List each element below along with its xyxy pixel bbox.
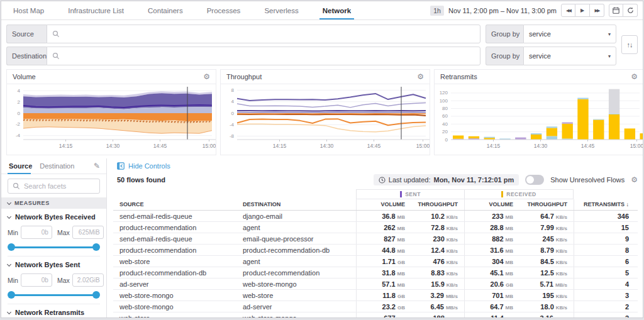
- destination-group-by-select[interactable]: service ▾: [523, 47, 616, 65]
- table-row[interactable]: web-storeweb-store-mongo677MB188KB/s11.4…: [113, 312, 638, 318]
- svg-text:40: 40: [442, 121, 448, 127]
- summary-charts: Volume ⚙ 420-2-414:1514:3014:4515:00 Thr…: [6, 69, 638, 155]
- column-header-retransmits[interactable]: RETRANSMITS ↓: [574, 199, 638, 210]
- destination-search-box[interactable]: [47, 47, 480, 65]
- slider-handle-max[interactable]: [92, 243, 100, 251]
- column-header-source[interactable]: SOURCE: [113, 199, 236, 210]
- play-icon: ▶: [580, 8, 584, 13]
- time-play-button[interactable]: ▶: [575, 4, 590, 17]
- slider-handle-min[interactable]: [8, 243, 15, 251]
- slider-handle-min[interactable]: [8, 291, 15, 299]
- sidebar-tab-source[interactable]: Source: [8, 158, 38, 174]
- sent-color-bar: [400, 191, 402, 197]
- table-row[interactable]: send-email-redis-queueemail-queue-proces…: [113, 233, 638, 245]
- retransmits-chart[interactable]: 02040608010012014:1514:3014:4515:00: [435, 84, 643, 155]
- table-group-header: SENT RECEIVED: [113, 189, 638, 199]
- volume-card: Volume ⚙ 420-2-414:1514:3014:4515:00: [6, 69, 216, 155]
- cell-source: product-recommendation: [113, 222, 236, 233]
- table-column-header: SOURCE DESTINATION VOLUME THROUGHPUT VOL…: [113, 199, 638, 211]
- time-range-text[interactable]: Nov 11, 2:00 pm – Nov 11, 3:00 pm: [448, 7, 557, 14]
- show-unresolved-flows-toggle[interactable]: [525, 175, 544, 185]
- svg-text:4: 4: [231, 99, 235, 104]
- gear-icon[interactable]: ⚙: [203, 73, 210, 80]
- svg-text:14:45: 14:45: [367, 143, 381, 149]
- table-row[interactable]: product-recommendation-dbproduct-recomme…: [113, 267, 638, 279]
- gear-icon[interactable]: ⚙: [631, 176, 638, 184]
- calendar-icon: [613, 7, 619, 14]
- sort-desc-icon: ↓: [626, 201, 630, 207]
- range-slider[interactable]: [9, 291, 99, 299]
- cell-destination: django-email: [236, 211, 356, 221]
- destination-search-input[interactable]: [64, 52, 480, 60]
- svg-text:14:45: 14:45: [581, 143, 595, 149]
- throughput-chart[interactable]: 840-4-814:1514:3014:4515:00: [221, 84, 430, 155]
- table-row[interactable]: ad-serverweb-store-mongo57.1MB15.9KB/s20…: [113, 279, 638, 290]
- gear-icon[interactable]: ⚙: [417, 73, 424, 80]
- refresh-button[interactable]: [623, 4, 638, 17]
- table-row[interactable]: product-recommendationagent262MB72.8KB/s…: [113, 222, 638, 233]
- measure-title[interactable]: Network Retransmits: [8, 309, 100, 316]
- table-row[interactable]: send-email-redis-queuedjango-email36.8MB…: [113, 211, 638, 222]
- volume-chart[interactable]: 420-2-414:1514:3014:4515:00: [7, 84, 216, 155]
- max-input[interactable]: [72, 226, 104, 239]
- min-input[interactable]: [21, 226, 52, 239]
- nav-tab-containers[interactable]: Containers: [136, 1, 195, 19]
- facet-search-box[interactable]: [8, 179, 100, 194]
- received-color-bar: [501, 191, 503, 197]
- calendar-button[interactable]: [609, 4, 623, 17]
- pencil-icon[interactable]: ✎: [94, 162, 100, 170]
- nav-tab-serverless[interactable]: Serverless: [252, 1, 310, 19]
- source-filter-label: Source: [6, 25, 47, 43]
- measures-section-header[interactable]: MEASURES: [1, 197, 106, 209]
- source-search-box[interactable]: [47, 25, 480, 43]
- table-row[interactable]: product-recommendationproduct-recommenda…: [113, 245, 638, 256]
- svg-text:20: 20: [442, 129, 448, 135]
- nav-tab-processes[interactable]: Processes: [195, 1, 253, 19]
- flow-filters: Source Group by service ▾ Destination Gr…: [6, 25, 638, 65]
- svg-text:2: 2: [18, 99, 21, 105]
- column-header-sent-volume[interactable]: VOLUME: [356, 199, 411, 210]
- table-row[interactable]: web-store-mongoad-server23.2GB6.45MB/s64…: [113, 301, 638, 312]
- hide-controls-link[interactable]: Hide Controls: [117, 162, 638, 170]
- time-forward-button[interactable]: ▶▶: [590, 4, 604, 17]
- rewind-icon: ◀◀: [566, 8, 570, 13]
- gear-icon[interactable]: ⚙: [631, 73, 638, 80]
- swap-source-destination-button[interactable]: ↑↓: [621, 35, 638, 54]
- table-row[interactable]: web-storeagent1.71GB476KB/s304MB84.5KB/s…: [113, 256, 638, 267]
- max-input[interactable]: [72, 273, 104, 287]
- cell-retransmits: 3: [574, 290, 638, 301]
- measure-title[interactable]: Network Bytes Received: [8, 213, 100, 221]
- column-header-received-throughput[interactable]: THROUGHPUT: [519, 199, 574, 210]
- column-header-received-volume[interactable]: VOLUME: [464, 199, 519, 210]
- svg-text:-8: -8: [230, 133, 235, 139]
- cell-retransmits: 15: [574, 222, 638, 233]
- time-range-badge[interactable]: 1h: [430, 6, 444, 16]
- source-search-input[interactable]: [64, 30, 480, 38]
- measure-title[interactable]: Network Bytes Sent: [8, 261, 100, 268]
- time-rewind-button[interactable]: ◀◀: [561, 4, 575, 17]
- nav-tab-network[interactable]: Network: [311, 1, 363, 19]
- table-row[interactable]: web-store-mongoweb-store11.8GB3.29MB/s70…: [113, 290, 638, 301]
- cell-destination: product-recommendation-db: [236, 245, 356, 255]
- column-header-sent-throughput[interactable]: THROUGHPUT: [411, 199, 464, 210]
- column-header-destination[interactable]: DESTINATION: [236, 199, 356, 210]
- svg-text:0: 0: [18, 111, 21, 116]
- source-group-by-select[interactable]: service ▾: [523, 25, 616, 43]
- sidebar-tab-destination[interactable]: Destination: [38, 158, 80, 174]
- cell-source: web-store-mongo: [113, 301, 236, 312]
- cell-destination: agent: [236, 222, 356, 233]
- nav-tab-host-map[interactable]: Host Map: [1, 1, 56, 19]
- facet-search-input[interactable]: [24, 182, 95, 190]
- svg-text:60: 60: [442, 113, 448, 119]
- min-input[interactable]: [21, 273, 52, 287]
- cell-retransmits: 9: [574, 233, 638, 244]
- nav-tab-infrastructure-list[interactable]: Infrastructure List: [56, 1, 136, 19]
- received-group-header: RECEIVED: [464, 189, 574, 199]
- cell-source: product-recommendation-db: [113, 267, 236, 278]
- svg-text:4: 4: [18, 88, 21, 94]
- toggle-label: Show Unresolved Flows: [550, 176, 625, 184]
- range-slider[interactable]: [9, 243, 99, 251]
- cell-destination: web-store-mongo: [236, 279, 356, 289]
- cell-source: product-recommendation: [113, 245, 236, 255]
- slider-handle-max[interactable]: [92, 291, 100, 299]
